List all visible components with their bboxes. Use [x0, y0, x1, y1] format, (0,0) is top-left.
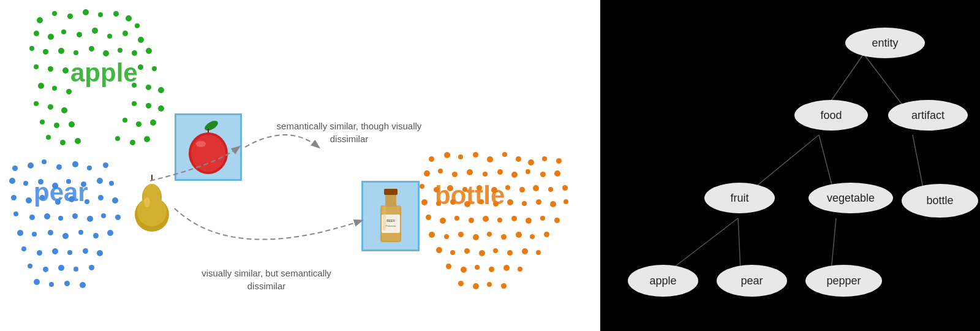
node-bottle: bottle: [902, 184, 978, 218]
pear-label: pear: [34, 178, 88, 207]
svg-rect-13: [385, 193, 396, 207]
bottle-image: BEER Premium: [361, 181, 420, 251]
node-vegetable: vegetable: [809, 183, 893, 213]
svg-rect-14: [384, 189, 398, 195]
annotation-semantic: semantically similar, though visually di…: [276, 120, 423, 145]
left-panel: apple pear bottle: [0, 0, 600, 331]
svg-point-10: [144, 197, 150, 207]
bottle-label: bottle: [435, 181, 505, 210]
node-food: food: [794, 100, 868, 131]
node-fruit: fruit: [704, 183, 775, 213]
node-entity: entity: [845, 28, 925, 58]
node-pepper: pepper: [805, 265, 882, 297]
svg-text:BEER: BEER: [386, 219, 395, 223]
svg-text:Premium: Premium: [385, 224, 396, 227]
apple-image: [175, 113, 242, 181]
svg-rect-18: [383, 206, 386, 230]
svg-point-0: [203, 120, 220, 132]
apple-label: apple: [70, 58, 138, 88]
svg-point-3: [191, 135, 225, 172]
right-panel: entity food artifact fruit vegetable bot…: [600, 0, 980, 331]
node-pear: pear: [717, 265, 787, 297]
node-artifact: artifact: [888, 100, 968, 131]
node-apple: apple: [628, 265, 698, 297]
svg-point-4: [196, 141, 206, 147]
pear-image: [129, 172, 175, 233]
annotation-visual: visually similar, but semantically dissi…: [187, 267, 346, 292]
